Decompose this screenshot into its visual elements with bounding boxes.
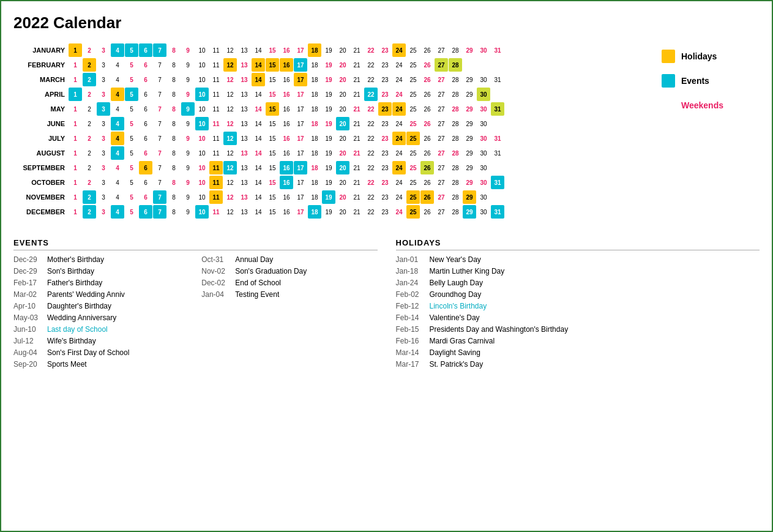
day-cell[interactable]: 13	[237, 132, 251, 145]
day-cell[interactable]: 12	[223, 205, 237, 219]
day-cell[interactable]: 3	[97, 73, 110, 86]
day-cell[interactable]: 30	[477, 205, 490, 219]
day-cell[interactable]: 26	[420, 102, 434, 116]
day-cell[interactable]: 4	[111, 102, 124, 116]
day-cell[interactable]: 29	[463, 205, 476, 219]
day-cell[interactable]: 28	[449, 58, 462, 72]
day-cell[interactable]: 26	[420, 117, 434, 130]
day-cell[interactable]: 30	[477, 88, 490, 101]
day-cell[interactable]: 16	[280, 102, 293, 116]
day-cell[interactable]: 6	[139, 117, 152, 130]
day-cell[interactable]: 4	[111, 146, 124, 160]
day-cell[interactable]: 22	[364, 102, 378, 116]
day-cell[interactable]: 1	[69, 146, 82, 160]
day-cell[interactable]: 20	[336, 161, 349, 174]
day-cell[interactable]: 27	[435, 43, 448, 57]
day-cell[interactable]: 26	[420, 132, 434, 145]
day-cell[interactable]: 2	[83, 161, 96, 174]
day-cell[interactable]: 12	[223, 88, 237, 101]
day-cell[interactable]: 12	[223, 102, 237, 116]
day-cell[interactable]: 2	[83, 146, 96, 160]
day-cell[interactable]: 4	[111, 43, 124, 57]
day-cell[interactable]: 23	[378, 146, 392, 160]
day-cell[interactable]: 17	[294, 102, 307, 116]
day-cell[interactable]: 28	[449, 161, 462, 174]
day-cell[interactable]: 7	[153, 43, 166, 57]
day-cell[interactable]: 5	[125, 43, 138, 57]
day-cell[interactable]: 14	[252, 176, 265, 189]
day-cell[interactable]: 27	[435, 176, 448, 189]
day-cell[interactable]: 7	[153, 88, 166, 101]
day-cell[interactable]: 26	[420, 190, 434, 204]
day-cell[interactable]: 24	[392, 88, 406, 101]
day-cell[interactable]: 30	[477, 102, 490, 116]
day-cell[interactable]: 12	[223, 117, 237, 130]
day-cell[interactable]: 7	[153, 161, 166, 174]
day-cell[interactable]: 10	[195, 190, 209, 204]
day-cell[interactable]: 2	[83, 88, 96, 101]
day-cell[interactable]: 21	[350, 117, 364, 130]
day-cell[interactable]: 15	[266, 205, 279, 219]
day-cell[interactable]: 16	[280, 132, 293, 145]
day-cell[interactable]: 19	[322, 205, 335, 219]
day-cell[interactable]: 21	[350, 58, 364, 72]
day-cell[interactable]: 9	[181, 161, 195, 174]
day-cell[interactable]: 7	[153, 176, 166, 189]
day-cell[interactable]: 23	[378, 176, 392, 189]
day-cell[interactable]: 11	[209, 73, 223, 86]
day-cell[interactable]: 16	[280, 205, 293, 219]
day-cell[interactable]: 25	[406, 43, 420, 57]
day-cell[interactable]: 26	[420, 146, 434, 160]
day-cell[interactable]: 1	[69, 102, 82, 116]
day-cell[interactable]: 1	[69, 73, 82, 86]
day-cell[interactable]	[491, 190, 504, 204]
day-cell[interactable]: 12	[223, 132, 237, 145]
day-cell[interactable]: 27	[435, 146, 448, 160]
day-cell[interactable]: 25	[406, 117, 420, 130]
day-cell[interactable]: 23	[378, 58, 392, 72]
day-cell[interactable]	[491, 117, 504, 130]
day-cell[interactable]: 23	[378, 102, 392, 116]
day-cell[interactable]: 31	[491, 205, 504, 219]
day-cell[interactable]: 11	[209, 146, 223, 160]
day-cell[interactable]: 4	[111, 190, 124, 204]
day-cell[interactable]: 29	[463, 190, 476, 204]
day-cell[interactable]: 24	[392, 73, 406, 86]
day-cell[interactable]: 25	[406, 146, 420, 160]
day-cell[interactable]: 28	[449, 176, 462, 189]
day-cell[interactable]: 24	[392, 102, 406, 116]
day-cell[interactable]: 30	[477, 73, 490, 86]
day-cell[interactable]: 19	[322, 88, 335, 101]
day-cell[interactable]: 4	[111, 88, 124, 101]
day-cell[interactable]: 27	[435, 190, 448, 204]
day-cell[interactable]: 4	[111, 132, 124, 145]
day-cell[interactable]: 13	[237, 161, 251, 174]
day-cell[interactable]: 28	[449, 205, 462, 219]
day-cell[interactable]: 20	[336, 205, 349, 219]
day-cell[interactable]: 13	[237, 43, 251, 57]
day-cell[interactable]: 6	[139, 88, 152, 101]
day-cell[interactable]: 23	[378, 205, 392, 219]
day-cell[interactable]: 19	[322, 73, 335, 86]
day-cell[interactable]: 7	[153, 117, 166, 130]
day-cell[interactable]: 14	[252, 117, 265, 130]
day-cell[interactable]: 26	[420, 43, 434, 57]
day-cell[interactable]: 10	[195, 117, 209, 130]
day-cell[interactable]: 25	[406, 88, 420, 101]
day-cell[interactable]: 18	[308, 43, 321, 57]
day-cell[interactable]: 19	[322, 132, 335, 145]
day-cell[interactable]: 12	[223, 146, 237, 160]
day-cell[interactable]: 12	[223, 161, 237, 174]
day-cell[interactable]: 14	[252, 102, 265, 116]
day-cell[interactable]: 17	[294, 190, 307, 204]
day-cell[interactable]: 22	[364, 146, 378, 160]
day-cell[interactable]: 14	[252, 58, 265, 72]
day-cell[interactable]: 4	[111, 117, 124, 130]
day-cell[interactable]: 15	[266, 190, 279, 204]
day-cell[interactable]: 17	[294, 146, 307, 160]
day-cell[interactable]: 17	[294, 161, 307, 174]
day-cell[interactable]: 29	[463, 88, 476, 101]
day-cell[interactable]: 6	[139, 205, 152, 219]
day-cell[interactable]: 16	[280, 58, 293, 72]
day-cell[interactable]: 28	[449, 146, 462, 160]
